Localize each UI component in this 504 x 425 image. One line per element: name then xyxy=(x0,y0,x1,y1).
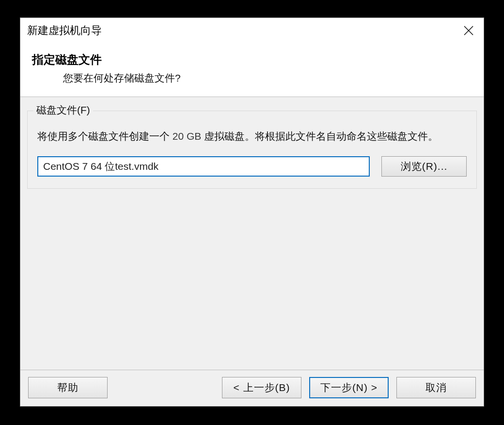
wizard-content: 磁盘文件(F) 将使用多个磁盘文件创建一个 20 GB 虚拟磁盘。将根据此文件名… xyxy=(20,97,484,370)
fieldset-legend: 磁盘文件(F) xyxy=(33,103,93,117)
desc-after: 虚拟磁盘。将根据此文件名自动命名这些磁盘文件。 xyxy=(201,131,438,142)
wizard-header: 指定磁盘文件 您要在何处存储磁盘文件? xyxy=(20,43,484,97)
window-title: 新建虚拟机向导 xyxy=(27,23,102,38)
browse-button[interactable]: 浏览(R)... xyxy=(381,156,467,177)
next-button[interactable]: 下一步(N) > xyxy=(309,377,389,398)
close-icon xyxy=(463,25,474,36)
wizard-dialog: 新建虚拟机向导 指定磁盘文件 您要在何处存储磁盘文件? 磁盘文件(F) 将使用多… xyxy=(20,17,484,407)
close-button[interactable] xyxy=(457,19,480,42)
wizard-subtitle: 您要在何处存储磁盘文件? xyxy=(32,71,472,85)
disk-size-text: 20 GB xyxy=(173,131,202,142)
fieldset-description: 将使用多个磁盘文件创建一个 20 GB 虚拟磁盘。将根据此文件名自动命名这些磁盘… xyxy=(37,129,467,145)
cancel-button[interactable]: 取消 xyxy=(396,377,476,398)
disk-file-fieldset: 磁盘文件(F) 将使用多个磁盘文件创建一个 20 GB 虚拟磁盘。将根据此文件名… xyxy=(27,111,477,189)
titlebar: 新建虚拟机向导 xyxy=(20,18,484,43)
wizard-footer: 帮助 < 上一步(B) 下一步(N) > 取消 xyxy=(20,370,484,406)
file-row: 浏览(R)... xyxy=(37,156,467,177)
wizard-heading: 指定磁盘文件 xyxy=(32,52,472,67)
desc-before: 将使用多个磁盘文件创建一个 xyxy=(37,131,173,142)
back-button[interactable]: < 上一步(B) xyxy=(222,377,301,398)
disk-file-input[interactable] xyxy=(37,156,370,177)
help-button[interactable]: 帮助 xyxy=(28,377,108,398)
